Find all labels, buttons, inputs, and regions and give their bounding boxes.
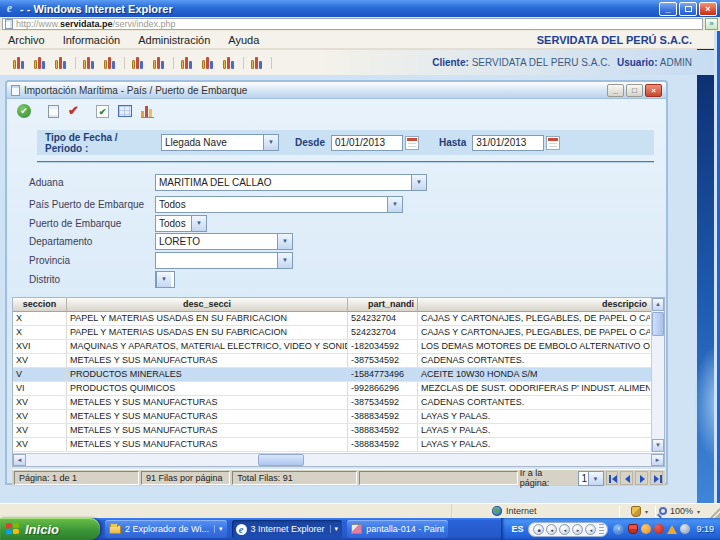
scroll-down-icon[interactable]: ▼	[652, 439, 664, 452]
report-icon[interactable]	[104, 57, 117, 69]
media-play-icon[interactable]: ▸	[572, 524, 583, 535]
horizontal-scrollbar[interactable]: ◄ ►	[13, 453, 664, 466]
report-icon[interactable]	[34, 57, 47, 69]
provincia-select[interactable]: ▼	[155, 252, 293, 269]
table-row[interactable]: XVMETALES Y SUS MANUFACTURAS-388834592LA…	[13, 410, 664, 424]
goto-page-select[interactable]: 1 ▼	[578, 471, 604, 486]
chevron-down-icon[interactable]: ▾	[214, 525, 223, 533]
report-icon[interactable]	[83, 57, 96, 69]
table-row[interactable]: XVMETALES Y SUS MANUFACTURAS-388834592LA…	[13, 438, 664, 452]
start-button[interactable]: Inicio	[0, 518, 100, 540]
execute-query-icon[interactable]: ✔	[17, 104, 31, 118]
table-row[interactable]: XVMETALES Y SUS MANUFACTURAS-388834592LA…	[13, 424, 664, 438]
status-bar: Internet ▾ 100% ▾	[0, 503, 720, 518]
vertical-scroll-thumb[interactable]	[652, 312, 664, 336]
desde-input[interactable]: 01/01/2013	[331, 135, 403, 151]
report-icon[interactable]	[153, 57, 166, 69]
aduana-select[interactable]: MARITIMA DEL CALLAO ▼	[155, 174, 427, 191]
restore-button[interactable]	[679, 2, 697, 16]
report-icon[interactable]	[13, 57, 26, 69]
taskbar-button-internet-explorer[interactable]: e 3 Internet Explorer ▾	[232, 520, 343, 538]
calendar-icon[interactable]	[405, 136, 419, 150]
tray-red-icon[interactable]	[654, 524, 664, 534]
tray-gray-icon[interactable]	[680, 524, 690, 534]
validate-icon[interactable]: ✔	[68, 104, 79, 118]
scroll-left-icon[interactable]: ◄	[13, 454, 26, 466]
media-stop-icon[interactable]: ■	[533, 524, 544, 535]
report-icon[interactable]	[55, 57, 68, 69]
taskbar-button-paint[interactable]: pantalla-014 - Paint	[347, 520, 448, 538]
nav-next-button[interactable]	[635, 471, 648, 485]
new-document-icon[interactable]	[48, 105, 59, 118]
dropdown-arrow-icon: ▼	[387, 197, 402, 212]
media-toolbar-grip[interactable]	[599, 524, 604, 535]
report-icon[interactable]	[223, 57, 236, 69]
calendar-icon[interactable]	[546, 136, 560, 150]
taskbar-button-explorer[interactable]: 2 Explorador de Wi... ▾	[105, 520, 227, 538]
media-volume-icon[interactable]: ◂	[585, 524, 596, 535]
close-button[interactable]: ×	[699, 2, 717, 16]
menu-administracion[interactable]: Administración	[138, 34, 210, 46]
menu-ayuda[interactable]: Ayuda	[228, 34, 259, 46]
scroll-up-icon[interactable]: ▲	[652, 298, 664, 311]
protected-mode-icon[interactable]	[631, 506, 641, 517]
resize-grip[interactable]	[708, 504, 720, 518]
hide-icons-chevron-icon[interactable]: ‹	[613, 524, 624, 535]
table-row[interactable]: XVIMAQUINAS Y APARATOS, MATERIAL ELECTRI…	[13, 340, 664, 354]
menu-informacion[interactable]: Información	[63, 34, 120, 46]
departamento-select[interactable]: LORETO ▼	[155, 233, 293, 250]
distrito-select[interactable]: ▼	[155, 271, 175, 288]
url-text: http://www.servidata.pe/servi/index.php	[16, 19, 176, 29]
puerto-embarque-select[interactable]: Todos ▼	[155, 215, 207, 232]
paint-icon	[351, 524, 362, 534]
browser-titlebar[interactable]: e - - Windows Internet Explorer _ ×	[0, 0, 720, 17]
zoom-level[interactable]: 100%	[670, 506, 693, 516]
page-icon	[5, 19, 13, 29]
chevron-down-icon[interactable]: ▾	[697, 508, 700, 515]
table-row[interactable]: XPAPEL Y MATERIAS USADAS EN SU FABRICACI…	[13, 312, 664, 326]
table-row[interactable]: VIPRODUCTOS QUIMICOS-992866296MEZCLAS DE…	[13, 382, 664, 396]
report-icon[interactable]	[202, 57, 215, 69]
tipo-fecha-select[interactable]: Llegada Nave ▼	[161, 134, 279, 151]
app-minimize-button[interactable]: _	[607, 84, 624, 97]
app-close-button[interactable]: ×	[645, 84, 662, 97]
grid-view-icon[interactable]	[118, 105, 132, 117]
tray-warning-icon[interactable]	[667, 525, 677, 534]
column-header-desc-secci[interactable]: desc_secci	[67, 298, 348, 311]
table-row[interactable]: XPAPEL Y MATERIAS USADAS EN SU FABRICACI…	[13, 326, 664, 340]
column-header-part-nandi[interactable]: part_nandi	[348, 298, 418, 311]
table-row-selected[interactable]: VPRODUCTOS MINERALES-1584773496ACEITE 10…	[13, 368, 664, 382]
horizontal-scroll-thumb[interactable]	[258, 454, 304, 466]
report-icon[interactable]	[132, 57, 145, 69]
media-prev-icon[interactable]: ◂	[559, 524, 570, 535]
scroll-right-icon[interactable]: ►	[651, 454, 664, 466]
zoom-magnifier-icon[interactable]	[659, 507, 667, 515]
table-row[interactable]: XVMETALES Y SUS MANUFACTURAS-387534592CA…	[13, 396, 664, 410]
security-shield-icon[interactable]	[628, 524, 638, 534]
language-indicator[interactable]: ES	[511, 524, 523, 534]
report-icon[interactable]	[251, 57, 264, 69]
chart-view-icon[interactable]	[141, 105, 154, 118]
column-header-seccion[interactable]: seccion	[13, 298, 67, 311]
table-row[interactable]: XVMETALES Y SUS MANUFACTURAS-387534592CA…	[13, 354, 664, 368]
address-input[interactable]: http://www.servidata.pe/servi/index.php	[2, 18, 703, 30]
export-excel-icon[interactable]: ✔	[96, 105, 109, 118]
nav-prev-button[interactable]	[620, 471, 633, 485]
document-icon	[11, 85, 20, 96]
column-header-descripcio[interactable]: descripcio	[418, 298, 650, 311]
nav-last-button[interactable]	[650, 471, 663, 485]
report-icon[interactable]	[181, 57, 194, 69]
pais-puerto-select[interactable]: Todos ▼	[155, 196, 403, 213]
app-titlebar[interactable]: Importación Marítima - País / Puerto de …	[7, 82, 666, 99]
menu-archivo[interactable]: Archivo	[8, 34, 45, 46]
media-record-icon[interactable]: ●	[546, 524, 557, 535]
vertical-scrollbar[interactable]: ▲ ▼	[651, 298, 664, 452]
hasta-input[interactable]: 31/01/2013	[472, 135, 544, 151]
app-maximize-button[interactable]: □	[626, 84, 643, 97]
minimize-button[interactable]: _	[659, 2, 677, 16]
tray-orange-icon[interactable]	[641, 524, 651, 534]
nav-first-button[interactable]	[606, 471, 619, 485]
chevron-down-icon[interactable]: ▾	[645, 508, 648, 515]
go-button[interactable]: »	[705, 18, 718, 30]
chevron-down-icon[interactable]: ▾	[330, 525, 339, 533]
